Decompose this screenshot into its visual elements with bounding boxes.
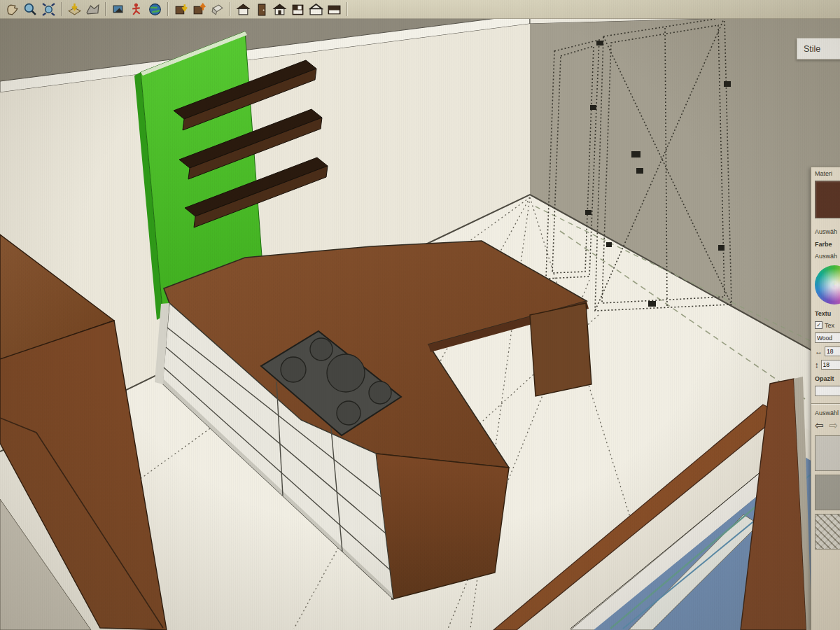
select-label: Auswäh bbox=[815, 253, 840, 260]
texture-header: Textu bbox=[815, 310, 840, 317]
pan-hand-tool-button[interactable] bbox=[3, 1, 21, 18]
color-tab[interactable]: Farbe bbox=[815, 241, 840, 248]
component-house-door-button[interactable] bbox=[270, 1, 288, 18]
get-models-button[interactable] bbox=[172, 1, 190, 18]
material-swatch-diamond-plate[interactable] bbox=[815, 514, 840, 550]
burner bbox=[337, 401, 360, 425]
share-component-button[interactable] bbox=[208, 1, 226, 18]
component-door-button[interactable] bbox=[252, 1, 270, 18]
zoom-tool-button[interactable] bbox=[21, 1, 39, 18]
height-arrow-icon: ↕ bbox=[815, 360, 819, 369]
opacity-input[interactable] bbox=[815, 386, 840, 396]
width-arrow-icon: ↔ bbox=[815, 347, 822, 356]
forward-arrow-icon[interactable]: ⇨ bbox=[830, 419, 839, 432]
burner bbox=[369, 382, 391, 404]
burner-large bbox=[327, 354, 365, 392]
color-wheel[interactable] bbox=[815, 265, 840, 304]
toolbar-separator bbox=[61, 2, 62, 16]
current-material-swatch[interactable] bbox=[815, 181, 840, 218]
google-earth-button[interactable] bbox=[146, 1, 164, 18]
materials-panel: Materi Auswäh Farbe Auswäh Textu ✓ Tex ↔… bbox=[811, 167, 840, 630]
material-swatch-gray[interactable] bbox=[815, 475, 840, 510]
toolbar-separator bbox=[346, 2, 347, 16]
sketchup-window: Stile Materi Auswäh Farbe Auswäh Textu ✓… bbox=[0, 0, 840, 630]
opacity-header: Opazit bbox=[815, 375, 840, 382]
zoom-extents-tool-button[interactable] bbox=[39, 1, 57, 18]
texture-checkbox-label: Tex bbox=[825, 322, 834, 329]
model-viewport[interactable] bbox=[0, 0, 840, 630]
materials-panel-title: Materi bbox=[815, 170, 840, 177]
toolbar-separator bbox=[167, 2, 168, 16]
upload-model-button[interactable] bbox=[190, 1, 208, 18]
main-toolbar bbox=[0, 0, 840, 19]
toolbar-separator bbox=[230, 2, 230, 16]
place-model-button[interactable] bbox=[127, 1, 146, 18]
texture-width-input[interactable] bbox=[825, 346, 840, 356]
component-window-button[interactable] bbox=[325, 1, 343, 18]
component-house-outline-button[interactable] bbox=[307, 1, 325, 18]
select-label: Auswäh bbox=[815, 228, 840, 235]
browser-select-label: Auswähl bbox=[815, 410, 840, 416]
component-house-window-button[interactable] bbox=[288, 1, 307, 18]
burner bbox=[310, 338, 332, 360]
bar-end-panel[interactable] bbox=[530, 303, 592, 396]
texture-file-input[interactable] bbox=[815, 332, 840, 343]
texture-checkbox[interactable]: ✓ bbox=[815, 321, 822, 329]
material-swatch-light-gray[interactable] bbox=[815, 435, 840, 471]
texture-height-input[interactable] bbox=[821, 360, 840, 370]
burner bbox=[281, 357, 306, 382]
styles-panel-header[interactable]: Stile bbox=[797, 38, 840, 59]
toggle-terrain-button[interactable] bbox=[83, 1, 102, 18]
photo-textures-button[interactable] bbox=[109, 1, 127, 18]
toolbar-separator bbox=[105, 2, 106, 16]
back-arrow-icon[interactable]: ⇦ bbox=[815, 419, 824, 432]
component-house-roof-button[interactable] bbox=[234, 1, 252, 18]
add-location-button[interactable] bbox=[65, 1, 83, 18]
panel-divider bbox=[811, 403, 840, 405]
styles-panel-title: Stile bbox=[804, 44, 820, 54]
